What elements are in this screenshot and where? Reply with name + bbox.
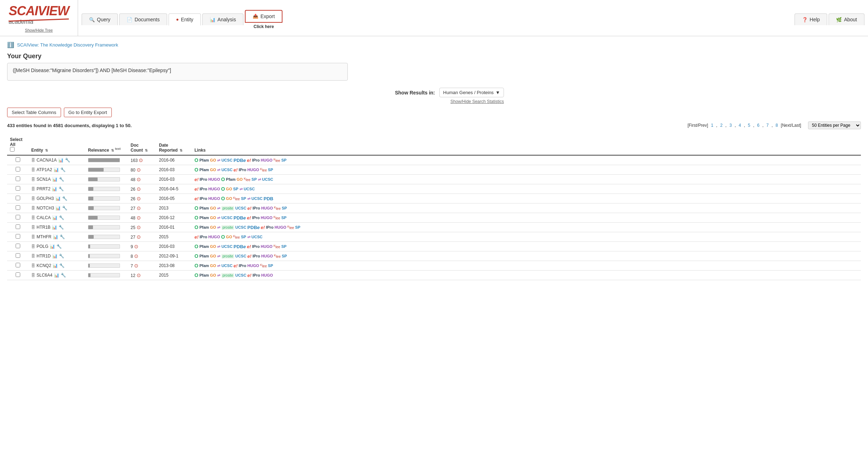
link-prosite[interactable]: prosite — [221, 254, 234, 259]
entity-export-button[interactable]: Go to Entity Export — [64, 108, 112, 117]
doc-count-radio[interactable]: ⊙ — [137, 186, 141, 192]
link-ucsc[interactable]: UCSC — [235, 254, 246, 258]
link-o[interactable]: O — [221, 234, 225, 240]
show-hide-tree[interactable]: Show/Hide Tree — [25, 28, 53, 32]
link-go[interactable]: GO — [210, 158, 216, 162]
link-kegg[interactable]: Klee — [274, 206, 281, 211]
row-checkbox-0[interactable] — [16, 157, 20, 162]
row-checkbox-6[interactable] — [16, 215, 20, 219]
link-exclaim[interactable]: e! — [261, 225, 265, 230]
filter-icon[interactable]: 🔧 — [59, 263, 65, 268]
link-hugo[interactable]: HUGO — [261, 158, 273, 162]
link-ucsc[interactable]: UCSC — [262, 177, 273, 181]
date-sort-icon[interactable]: ⇅ — [180, 148, 182, 152]
link-ucsc[interactable]: UCSC — [221, 263, 232, 268]
chart-icon[interactable]: 📊 — [55, 196, 61, 201]
row-checkbox-11[interactable] — [16, 263, 20, 267]
link-exclaim[interactable]: e! — [247, 244, 251, 249]
link-exclaim[interactable]: e! — [234, 263, 238, 268]
filter-icon[interactable]: 🔧 — [59, 177, 64, 182]
per-page-select[interactable]: 50 Entities per Page 25 Entities per Pag… — [808, 121, 861, 129]
entity-name[interactable]: CALCA — [37, 215, 51, 220]
page-6[interactable]: 6 — [757, 123, 760, 128]
chart-icon[interactable]: 📊 — [52, 186, 57, 191]
link-hugo[interactable]: HUGO — [208, 196, 220, 201]
link-exclaim[interactable]: e! — [194, 234, 199, 240]
select-all-checkbox[interactable] — [10, 147, 15, 152]
link-o[interactable]: O — [194, 253, 198, 259]
link-prosite[interactable]: prosite — [221, 225, 234, 230]
link-hugo[interactable]: HUGO — [208, 187, 220, 191]
link-go[interactable]: GO — [210, 263, 216, 268]
link-go[interactable]: GO — [237, 177, 243, 181]
filter-icon[interactable]: 🔧 — [62, 196, 67, 201]
row-checkbox-10[interactable] — [16, 253, 20, 258]
link-kegg[interactable]: Klee — [274, 244, 280, 249]
entity-name[interactable]: GOLPH3 — [37, 196, 54, 201]
entity-name[interactable]: PRRT2 — [37, 186, 50, 191]
link-kegg[interactable]: Klee — [260, 167, 267, 172]
link-ipro[interactable]: IPro — [266, 225, 273, 229]
filter-icon[interactable]: 🔧 — [61, 273, 66, 278]
entity-name[interactable]: ATP1A2 — [37, 167, 52, 172]
link-ipro[interactable]: IPro — [253, 206, 260, 210]
link-ipro[interactable]: IPro — [252, 158, 259, 162]
link-string[interactable]: ⇌ — [217, 244, 220, 249]
link-go[interactable]: GO — [226, 187, 232, 191]
link-ucsc[interactable]: UCSC — [244, 187, 255, 191]
link-pfam[interactable]: Pfam — [199, 254, 209, 258]
link-hugo[interactable]: HUGO — [275, 225, 286, 229]
link-string[interactable]: ⇌ — [247, 196, 251, 201]
doc-count-radio[interactable]: ⊙ — [134, 244, 138, 249]
link-hugo[interactable]: HUGO — [247, 263, 259, 268]
link-ipro[interactable]: IPro — [252, 216, 259, 220]
tab-help[interactable]: ❓ Help — [795, 13, 828, 25]
link-exclaim[interactable]: e! — [247, 206, 252, 211]
link-ucsc[interactable]: UCSC — [235, 225, 246, 229]
link-go[interactable]: GO — [226, 235, 232, 239]
link-go[interactable]: GO — [210, 244, 216, 249]
link-sp[interactable]: SP — [233, 187, 238, 191]
page-2[interactable]: 2 — [720, 123, 723, 128]
doc-count-radio[interactable]: ⊙ — [134, 253, 138, 259]
link-ucsc[interactable]: UCSC — [221, 244, 232, 249]
link-pfam[interactable]: Pfam — [199, 168, 209, 172]
link-hugo[interactable]: HUGO — [261, 254, 273, 258]
link-pfam[interactable]: Pfam — [199, 263, 209, 268]
link-go[interactable]: GO — [210, 273, 216, 277]
link-o[interactable]: O — [221, 176, 225, 182]
link-go[interactable]: GO — [210, 206, 216, 210]
link-o[interactable]: O — [194, 167, 198, 173]
link-go[interactable]: GO — [210, 168, 216, 172]
link-exclaim[interactable]: e! — [247, 215, 251, 221]
link-hugo[interactable]: HUGO — [261, 273, 273, 277]
page-1[interactable]: 1 — [711, 123, 713, 128]
doc-count-radio[interactable]: ⊙ — [137, 215, 141, 221]
link-string[interactable]: ⇌ — [258, 177, 261, 182]
tab-export[interactable]: 📤 Export — [245, 10, 282, 23]
doc-count-radio[interactable]: ⊙ — [137, 196, 141, 201]
link-exclaim[interactable]: e! — [247, 254, 252, 259]
tab-about[interactable]: 🌿 About — [829, 13, 864, 25]
link-go[interactable]: GO — [210, 216, 216, 220]
link-pfam[interactable]: Pfam — [199, 206, 209, 210]
link-ucsc[interactable]: UCSC — [235, 206, 246, 210]
link-sp[interactable]: SP — [268, 168, 273, 172]
entity-name[interactable]: HTR1B — [37, 225, 50, 230]
page-8[interactable]: 8 — [776, 123, 778, 128]
link-kegg[interactable]: Klee — [233, 196, 240, 201]
filter-icon[interactable]: 🔧 — [59, 186, 64, 191]
link-sp[interactable]: SP — [241, 196, 246, 201]
entity-name[interactable]: SCN1A — [37, 177, 51, 182]
entity-name[interactable]: SLC6A4 — [37, 273, 53, 278]
link-hugo[interactable]: HUGO — [208, 235, 220, 239]
chart-icon[interactable]: 📊 — [53, 234, 58, 239]
doc-count-radio[interactable]: ⊙ — [137, 224, 141, 230]
link-ucsc[interactable]: UCSC — [235, 273, 246, 277]
link-ipro[interactable]: IPro — [253, 273, 260, 277]
row-checkbox-7[interactable] — [16, 224, 20, 229]
doc-count-radio[interactable]: ⊙ — [137, 272, 141, 278]
link-sp[interactable]: SP — [282, 254, 287, 258]
chart-icon[interactable]: 📊 — [52, 177, 57, 182]
link-pfam[interactable]: Pfam — [199, 273, 209, 277]
